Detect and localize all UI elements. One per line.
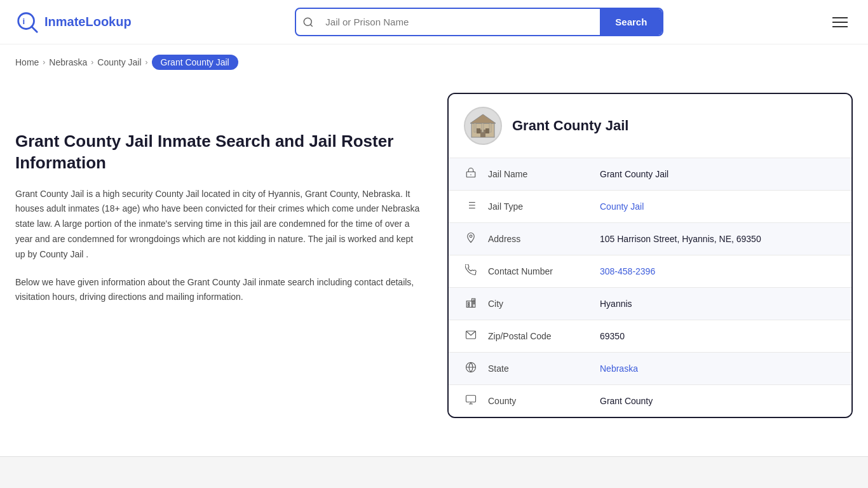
table-row: Jail Name Grant County Jail: [449, 158, 851, 191]
svg-line-4: [311, 24, 313, 26]
row-value-jail-name: Grant County Jail: [600, 169, 668, 179]
svg-rect-7: [477, 128, 480, 133]
table-row: State Nebraska: [449, 353, 851, 385]
svg-line-1: [32, 26, 37, 32]
main-content: Grant County Jail Inmate Search and Jail…: [0, 80, 868, 431]
table-row: Jail Type County Jail: [449, 191, 851, 223]
table-row: Zip/Postal Code 69350: [449, 320, 851, 353]
svg-text:i: i: [22, 16, 25, 25]
card-jail-name: Grant County Jail: [512, 118, 628, 134]
breadcrumb-current: Grant County Jail: [152, 55, 238, 70]
state-link[interactable]: Nebraska: [600, 363, 638, 374]
zip-icon: [464, 329, 478, 343]
row-label-contact: Contact Number: [488, 266, 590, 276]
svg-rect-26: [473, 300, 475, 301]
row-label-state: State: [488, 363, 590, 374]
logo-icon: i: [15, 10, 39, 34]
table-row: County Grant County: [449, 385, 851, 417]
row-value-county: Grant County: [600, 396, 653, 406]
svg-rect-27: [473, 302, 475, 304]
jail-card: Grant County Jail Jail Name Grant County…: [447, 93, 853, 418]
breadcrumb-county-jail[interactable]: County Jail: [97, 57, 141, 67]
svg-point-21: [470, 235, 472, 238]
header: i InmateLookup Search: [0, 0, 868, 44]
row-label-zip: Zip/Postal Code: [488, 331, 590, 341]
logo[interactable]: i InmateLookup: [15, 10, 132, 34]
row-label-jail-name: Jail Name: [488, 169, 590, 179]
chevron-icon: ›: [146, 58, 148, 67]
phone-link[interactable]: 308-458-2396: [600, 266, 655, 276]
phone-icon: [464, 264, 478, 278]
search-wrapper: Search: [295, 8, 663, 36]
breadcrumb-home[interactable]: Home: [15, 57, 39, 67]
svg-rect-11: [482, 123, 484, 132]
svg-rect-24: [468, 302, 470, 304]
left-column: Grant County Jail Inmate Search and Jail…: [15, 93, 422, 418]
svg-rect-10: [474, 123, 476, 132]
search-area: Search: [295, 8, 663, 36]
row-label-address: Address: [488, 234, 590, 244]
svg-rect-12: [489, 123, 491, 132]
search-icon: [296, 17, 320, 28]
city-icon: [464, 297, 478, 311]
description-paragraph-2: Below we have given information about th…: [15, 275, 422, 306]
jail-avatar: [464, 107, 502, 145]
row-label-city: City: [488, 299, 590, 309]
search-input[interactable]: [320, 9, 600, 35]
row-value-address: 105 Harrison Street, Hyannis, NE, 69350: [600, 234, 761, 244]
table-row: Contact Number 308-458-2396: [449, 255, 851, 288]
row-value-city: Hyannis: [600, 299, 632, 309]
page-title: Grant County Jail Inmate Search and Jail…: [15, 131, 422, 174]
row-label-jail-type: Jail Type: [488, 201, 590, 212]
breadcrumb-nebraska[interactable]: Nebraska: [49, 57, 87, 67]
svg-point-3: [304, 18, 312, 25]
row-value-jail-type: County Jail: [600, 201, 644, 212]
jail-icon: [464, 167, 478, 181]
hamburger-menu[interactable]: [827, 12, 853, 32]
info-table: Jail Name Grant County Jail Jail Type: [449, 158, 851, 417]
location-icon: [464, 232, 478, 246]
svg-rect-25: [468, 305, 470, 306]
row-value-state: Nebraska: [600, 363, 638, 374]
list-icon: [464, 200, 478, 214]
logo-text: InmateLookup: [44, 15, 132, 29]
card-header: Grant County Jail: [449, 94, 851, 158]
breadcrumb: Home › Nebraska › County Jail › Grant Co…: [0, 44, 868, 80]
row-label-county: County: [488, 396, 590, 406]
table-row: Address 105 Harrison Street, Hyannis, NE…: [449, 223, 851, 255]
row-value-contact: 308-458-2396: [600, 266, 655, 276]
state-icon: [464, 362, 478, 376]
search-button[interactable]: Search: [600, 9, 662, 35]
county-icon: [464, 394, 478, 408]
table-row: City Hyannis: [449, 288, 851, 320]
building-icon: [468, 111, 498, 141]
row-value-zip: 69350: [600, 331, 625, 341]
chevron-icon: ›: [91, 58, 93, 67]
footer-bar: [0, 456, 868, 488]
right-column: Grant County Jail Jail Name Grant County…: [447, 93, 853, 418]
description-paragraph-1: Grant County Jail is a high security Cou…: [15, 187, 422, 262]
svg-rect-31: [466, 395, 476, 402]
svg-marker-6: [470, 114, 496, 123]
chevron-icon: ›: [43, 58, 45, 67]
jail-type-link[interactable]: County Jail: [600, 201, 644, 212]
svg-rect-8: [485, 128, 489, 133]
